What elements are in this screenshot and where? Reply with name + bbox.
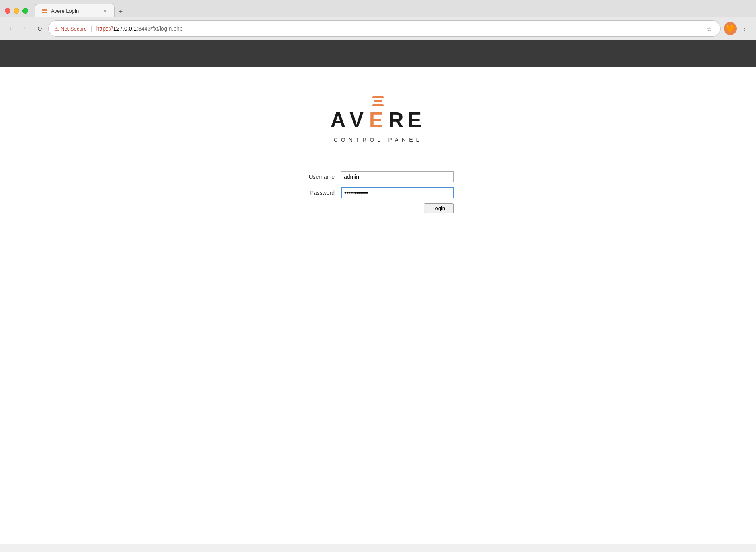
not-secure-text: Not Secure (61, 26, 87, 32)
logo-container: A V E R E CONTROL PANEL (331, 108, 426, 143)
active-tab[interactable]: Avere Login × (35, 4, 115, 17)
browser-chrome: Avere Login × + ‹ › ↻ ⚠ Not Secure | htt… (0, 0, 756, 40)
bookmark-button[interactable]: ☆ (703, 23, 715, 34)
toolbar-right: 🧡 ⋮ (724, 22, 751, 35)
tab-favicon (41, 8, 48, 14)
login-form: Username Password Login (302, 171, 454, 213)
tab-close-button[interactable]: × (102, 8, 108, 14)
url-bar[interactable]: ⚠ Not Secure | https://127.0.0.1:8443/fx… (48, 20, 721, 37)
logo-bar-bot (372, 104, 384, 106)
profile-icon: 🧡 (726, 24, 735, 33)
logo-e2: E (408, 108, 426, 132)
logo-main: A V E R E (331, 108, 426, 132)
close-window-button[interactable] (5, 8, 10, 14)
logo-r: R (388, 108, 408, 132)
new-tab-button[interactable]: + (115, 6, 126, 17)
logo-v: V (349, 108, 368, 132)
logo-text: A V E R E (331, 108, 426, 132)
back-button[interactable]: ‹ (5, 23, 16, 34)
url-path: :8443/fxt/login.php (137, 25, 182, 32)
button-row: Login (302, 203, 454, 213)
maximize-window-button[interactable] (22, 8, 28, 14)
favicon-line-2 (42, 10, 47, 11)
url-protocol: https:// (96, 25, 113, 32)
logo-bar-mid (374, 100, 382, 102)
logo-a: A (331, 108, 350, 132)
url-text: https://127.0.0.1:8443/fxt/login.php (96, 25, 183, 32)
address-bar: ‹ › ↻ ⚠ Not Secure | https://127.0.0.1:8… (0, 17, 756, 40)
logo-subtitle: CONTROL PANEL (334, 137, 423, 143)
traffic-lights (5, 8, 28, 14)
menu-button[interactable]: ⋮ (738, 22, 751, 35)
warning-icon: ⚠ (54, 26, 59, 32)
username-row: Username (302, 171, 454, 182)
title-bar: Avere Login × + (0, 0, 756, 17)
password-label: Password (302, 190, 335, 196)
username-label: Username (302, 174, 335, 180)
login-button[interactable]: Login (424, 203, 454, 213)
username-input[interactable] (341, 171, 454, 182)
tab-title: Avere Login (51, 8, 98, 14)
page-content: A V E R E CONTROL PANEL Username (0, 67, 756, 544)
url-domain: 127.0.0.1 (113, 25, 137, 32)
logo-e-bars (372, 96, 384, 106)
security-warning: ⚠ Not Secure (54, 26, 87, 32)
refresh-button[interactable]: ↻ (34, 23, 45, 34)
favicon-line-1 (42, 9, 47, 10)
logo-e-letter: E (369, 108, 387, 132)
app-header-bar (0, 40, 756, 67)
forward-button[interactable]: › (19, 23, 31, 34)
password-input[interactable] (341, 187, 454, 198)
password-row: Password (302, 187, 454, 198)
profile-button[interactable]: 🧡 (724, 22, 737, 35)
url-divider: | (91, 25, 92, 32)
favicon-line-3 (42, 12, 47, 13)
logo-bar-top (372, 96, 384, 98)
tabs-area: Avere Login × + (35, 4, 751, 17)
minimize-window-button[interactable] (14, 8, 19, 14)
logo-e-container: E (368, 108, 388, 132)
favicon-lines (42, 9, 47, 13)
